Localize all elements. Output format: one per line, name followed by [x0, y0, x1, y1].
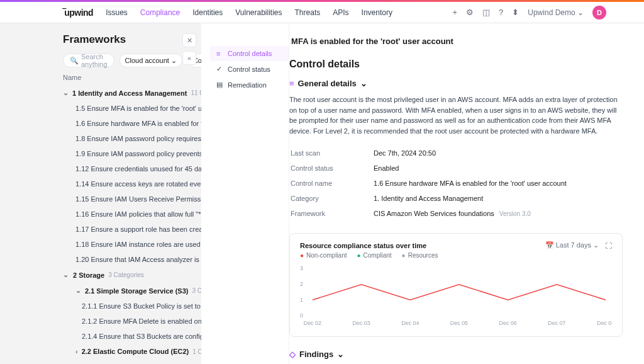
svg-text:Dec 02: Dec 02 — [304, 320, 321, 326]
tree-item[interactable]: 2.1.2 Ensure MFA Delete is enabled on S3… — [63, 314, 201, 329]
tree-item[interactable]: 1.6 Ensure hardware MFA is enabled for t… — [63, 116, 201, 131]
collapse-icon[interactable]: « — [182, 51, 196, 65]
chevron-down-icon: ⌄ — [360, 79, 367, 88]
logo: upwind — [63, 8, 93, 18]
control-detail-panel: ! Ensure hardware MFA is enabled for the… — [289, 23, 644, 364]
tree-item[interactable]: 1.9 Ensure IAM password policy prevents … — [63, 146, 201, 161]
close-icon[interactable]: ✕ — [182, 33, 196, 47]
scope-dropdown[interactable]: Cloud account ⌄ — [119, 54, 182, 67]
team-selector[interactable]: Upwind Demo ⌄ — [528, 8, 584, 17]
nav-compliance[interactable]: Compliance — [140, 8, 180, 17]
avatar[interactable]: D — [592, 6, 606, 20]
svg-text:Dec 08: Dec 08 — [597, 320, 612, 326]
svg-text:Dec 03: Dec 03 — [352, 320, 370, 326]
svg-text:3: 3 — [300, 265, 303, 271]
tree-item[interactable]: 1.5 Ensure MFA is enabled for the 'root'… — [63, 101, 201, 116]
panel-icon[interactable]: ◫ — [482, 8, 490, 17]
tree-subsection[interactable]: ⌄2.1 Simple Storage Service (S3) 3 Contr… — [63, 283, 201, 299]
control-title: Ensure hardware MFA is enabled for the '… — [289, 37, 453, 46]
nav-inventory[interactable]: Inventory — [362, 8, 392, 17]
main-nav: IssuesComplianceIdentitiesVulnerabilitie… — [106, 8, 392, 17]
tree-section[interactable]: ⌄1 Identity and Access Management 11 Con… — [63, 85, 201, 101]
svg-text:Dec 07: Dec 07 — [548, 320, 565, 326]
tree-item[interactable]: 1.20 Ensure that IAM Access analyzer is … — [63, 252, 201, 267]
svg-text:Dec 04: Dec 04 — [401, 320, 419, 326]
sidenav-control-details[interactable]: ≡Control details — [210, 46, 289, 61]
app-header: upwind IssuesComplianceIdentitiesVulnera… — [0, 2, 644, 23]
findings-icon: ◇ — [289, 350, 296, 359]
findings-section[interactable]: ◇ Findings ⌄ — [289, 350, 623, 359]
chart-legend: Non-compliant Compliant Resources — [300, 252, 612, 259]
tree-item[interactable]: 1.17 Ensure a support role has been crea… — [63, 222, 201, 237]
expand-icon[interactable]: ⛶ — [605, 242, 612, 249]
chart-title: Resource compliance status over time — [300, 242, 426, 249]
tree-item[interactable]: 1.12 Ensure credentials unused for 45 da… — [63, 161, 201, 176]
nav-issues[interactable]: Issues — [106, 8, 128, 17]
sidenav-remediation[interactable]: ▤Remediation — [210, 77, 289, 93]
name-column-header: Name — [63, 74, 201, 81]
tree-item[interactable]: 2.1.1 Ensure S3 Bucket Policy is set to … — [63, 299, 201, 314]
svg-text:Dec 05: Dec 05 — [450, 320, 468, 326]
timerange-selector[interactable]: 📅 Last 7 days ⌄ — [545, 241, 599, 249]
sidenav-control-status[interactable]: ✓Control status — [210, 61, 289, 77]
svg-text:2: 2 — [300, 281, 303, 287]
frameworks-search[interactable]: 🔍 Search anything — [63, 54, 114, 67]
svg-text:0: 0 — [300, 312, 303, 319]
tree-section[interactable]: ⌄2 Storage 3 Categories — [63, 267, 201, 283]
control-description: The root user account is the most privil… — [289, 94, 623, 136]
frameworks-panel: ✕ « Frameworks 🔍 Search anything Cloud a… — [0, 23, 201, 364]
tree-item[interactable]: 1.14 Ensure access keys are rotated ever… — [63, 176, 201, 191]
control-details-table: Last scanDec 7th, 2024 20:50 Control sta… — [289, 145, 623, 222]
tree-item[interactable]: 1.8 Ensure IAM password policy requires … — [63, 131, 201, 146]
tree-item[interactable]: 1.15 Ensure IAM Users Receive Permission… — [63, 191, 201, 207]
nav-apis[interactable]: APIs — [333, 8, 348, 17]
tree-subsection[interactable]: ›2.3 Relational Database Service (RDS) 1… — [63, 359, 201, 364]
tree-item[interactable]: 2.1.4 Ensure that S3 Buckets are configu… — [63, 329, 201, 344]
nav-identities[interactable]: Identities — [192, 8, 223, 17]
control-sidenav-panel: ≡Control details✓Control status▤Remediat… — [201, 23, 289, 364]
settings-icon[interactable]: ⚙ — [466, 8, 474, 17]
tree-item[interactable]: 1.16 Ensure IAM policies that allow full… — [63, 207, 201, 222]
svg-text:1: 1 — [300, 297, 303, 303]
chart-svg: 3 2 1 0 Dec 02Dec 03Dec 04Dec 05Dec 06De… — [300, 264, 612, 327]
svg-text:Dec 06: Dec 06 — [499, 320, 517, 326]
tree-subsection[interactable]: ›2.2 Elastic Compute Cloud (EC2) 1 Contr… — [63, 344, 201, 359]
nav-threats[interactable]: Threats — [295, 8, 321, 17]
tree-item[interactable]: 1.18 Ensure IAM instance roles are used … — [63, 237, 201, 252]
list-icon: ≡ — [289, 79, 294, 88]
frameworks-title: Frameworks — [63, 33, 201, 46]
chevron-down-icon: ⌄ — [337, 350, 344, 359]
org-icon[interactable]: ⬍ — [512, 8, 519, 17]
help-icon[interactable]: ? — [499, 8, 503, 17]
add-icon[interactable]: + — [452, 8, 457, 17]
compliance-chart: Resource compliance status over time 📅 L… — [289, 233, 623, 337]
nav-vulnerabilities[interactable]: Vulnerabilities — [235, 8, 282, 17]
general-details-section[interactable]: ≡ General details ⌄ — [289, 79, 623, 88]
control-details-heading: Control details — [289, 59, 623, 70]
